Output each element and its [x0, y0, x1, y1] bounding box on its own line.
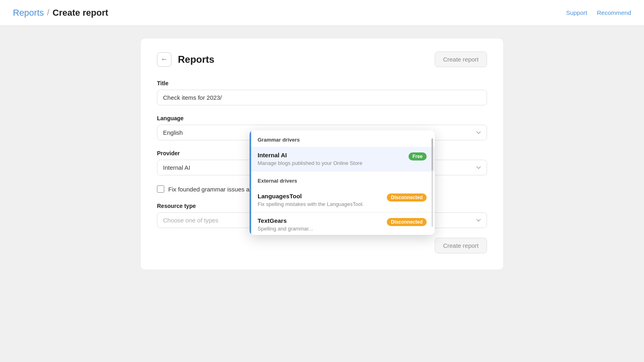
languages-tool-content: LanguagesTool Fix spelling mistakes with…	[258, 193, 383, 207]
textgears-badge: Disconnected	[387, 218, 427, 226]
languages-tool-badge: Disconnected	[387, 193, 427, 202]
title-label: Title	[157, 80, 487, 86]
internal-ai-desc: Manage blogs published to your Online St…	[258, 160, 405, 166]
textgears-content: TextGears Spelling and grammar...	[258, 217, 383, 232]
textgears-option[interactable]: TextGears Spelling and grammar... Discon…	[250, 212, 435, 235]
internal-ai-badge: Free	[409, 152, 427, 160]
languages-tool-option[interactable]: LanguagesTool Fix spelling mistakes with…	[250, 188, 435, 212]
scrollbar-thumb	[431, 138, 433, 171]
title-input[interactable]	[157, 90, 487, 105]
breadcrumb-separator: /	[47, 8, 50, 17]
languages-tool-name: LanguagesTool	[258, 193, 383, 200]
recommend-link[interactable]: Recommend	[597, 9, 631, 16]
dropdown-scrollbar[interactable]	[431, 138, 433, 227]
create-report-button-top[interactable]: Create report	[435, 51, 487, 67]
support-link[interactable]: Support	[566, 9, 587, 16]
main-content: ← Reports Create report Title Language E…	[0, 26, 644, 282]
external-drivers-section-title: External drivers	[250, 171, 435, 188]
textgears-desc: Spelling and grammar...	[258, 226, 383, 232]
title-group: Title	[157, 80, 487, 105]
internal-ai-name: Internal AI	[258, 152, 405, 158]
breadcrumb-current: Create report	[53, 8, 108, 18]
auto-fix-checkbox[interactable]	[157, 185, 164, 193]
grammar-drivers-section-title: Grammar drivers	[250, 130, 435, 147]
create-report-button-bottom[interactable]: Create report	[435, 238, 487, 253]
top-bar-actions: Support Recommend	[566, 9, 631, 16]
internal-ai-option[interactable]: Internal AI Manage blogs published to yo…	[250, 147, 435, 171]
breadcrumb-reports-link[interactable]: Reports	[13, 8, 44, 18]
breadcrumb: Reports / Create report	[13, 8, 108, 18]
back-icon: ←	[161, 55, 168, 64]
top-bar: Reports / Create report Support Recommen…	[0, 0, 644, 26]
languages-tool-desc: Fix spelling mistakes with the Languages…	[258, 201, 383, 207]
language-label: Language	[157, 115, 487, 121]
provider-dropdown: Grammar drivers Internal AI Manage blogs…	[250, 130, 435, 235]
back-button[interactable]: ←	[157, 52, 171, 67]
textgears-name: TextGears	[258, 217, 383, 224]
internal-ai-content: Internal AI Manage blogs published to yo…	[258, 152, 405, 166]
card-title-row: ← Reports	[157, 52, 215, 67]
card-title: Reports	[178, 54, 215, 65]
card-header: ← Reports Create report	[157, 51, 487, 67]
